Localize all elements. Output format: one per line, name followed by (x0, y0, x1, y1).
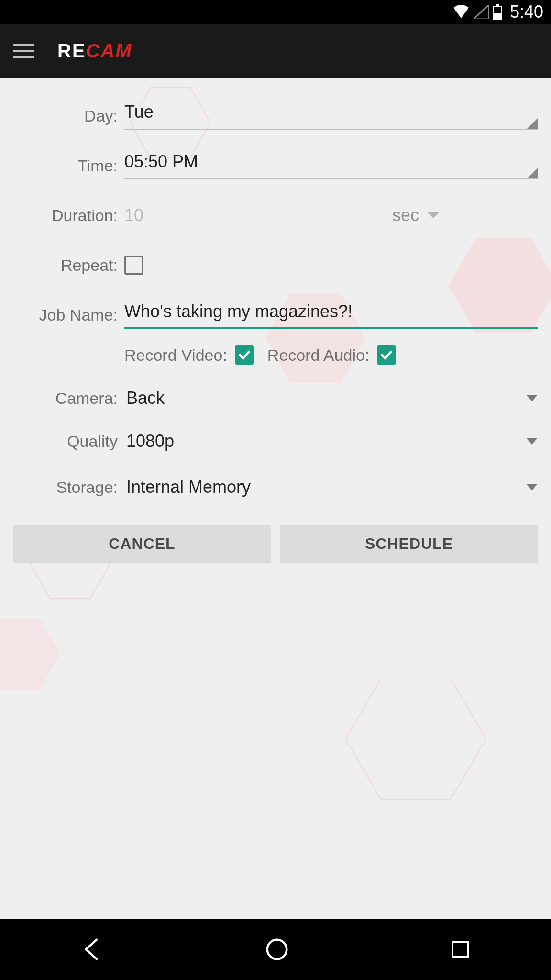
record-video-label: Record Video: (124, 346, 227, 365)
duration-input[interactable]: 10 (124, 205, 392, 225)
repeat-row: Repeat: (13, 246, 538, 284)
spinner-caret-icon (527, 118, 538, 129)
svg-rect-2 (494, 13, 501, 19)
camera-label: Camera: (13, 389, 124, 408)
status-time: 5:40 (510, 2, 543, 22)
jobname-input[interactable] (124, 301, 538, 329)
quality-label: Quality (13, 432, 124, 451)
time-value: 05:50 PM (124, 152, 198, 171)
quality-value: 1080p (126, 431, 174, 451)
day-row: Day: Tue (13, 97, 538, 135)
time-spinner[interactable]: 05:50 PM (124, 152, 538, 179)
storage-dropdown[interactable]: Internal Memory (124, 477, 538, 497)
duration-unit-dropdown[interactable]: sec (392, 205, 439, 225)
duration-label: Duration: (13, 206, 124, 225)
svg-marker-8 (346, 679, 486, 799)
svg-rect-10 (452, 942, 468, 957)
repeat-checkbox[interactable] (124, 256, 143, 275)
recent-apps-button[interactable] (449, 938, 472, 961)
svg-point-9 (267, 940, 287, 959)
status-bar: 5:40 (0, 0, 551, 24)
day-value: Tue (124, 102, 154, 122)
wifi-icon (452, 5, 470, 19)
chevron-down-icon (526, 484, 538, 490)
back-button[interactable] (79, 936, 105, 962)
record-video-checkbox[interactable] (235, 345, 254, 365)
record-audio-checkbox[interactable] (377, 345, 396, 365)
content-area: Day: Tue Time: 05:50 PM (0, 78, 551, 919)
spinner-caret-icon (527, 168, 538, 178)
quality-row: Quality 1080p (13, 422, 538, 460)
chevron-down-icon (526, 395, 538, 401)
storage-label: Storage: (13, 478, 124, 497)
jobname-row: Job Name: (13, 296, 538, 334)
battery-icon (493, 4, 502, 20)
home-button[interactable] (264, 936, 290, 962)
day-spinner[interactable]: Tue (124, 102, 538, 130)
svg-marker-7 (0, 619, 60, 689)
chevron-down-icon (428, 212, 439, 218)
nav-bar (0, 919, 551, 980)
camera-value: Back (126, 388, 165, 408)
schedule-button[interactable]: SCHEDULE (280, 525, 538, 562)
chevron-down-icon (526, 438, 538, 445)
storage-value: Internal Memory (126, 477, 251, 497)
storage-row: Storage: Internal Memory (13, 468, 538, 506)
cancel-button[interactable]: CANCEL (13, 525, 271, 562)
camera-dropdown[interactable]: Back (124, 388, 538, 408)
duration-unit-value: sec (392, 205, 419, 225)
cell-signal-icon (474, 5, 489, 19)
app-bar: RECAM (0, 24, 551, 78)
time-row: Time: 05:50 PM (13, 146, 538, 185)
jobname-label: Job Name: (13, 306, 124, 324)
record-options-row: Record Video: Record Audio: (124, 345, 538, 365)
duration-row: Duration: 10 sec (13, 196, 538, 234)
app-logo: RECAM (57, 40, 132, 62)
day-label: Day: (13, 107, 124, 125)
time-label: Time: (13, 156, 124, 175)
camera-row: Camera: Back (13, 379, 538, 417)
menu-icon[interactable] (13, 44, 34, 58)
record-audio-label: Record Audio: (267, 346, 370, 365)
quality-dropdown[interactable]: 1080p (124, 431, 538, 451)
repeat-label: Repeat: (13, 256, 124, 275)
button-row: CANCEL SCHEDULE (13, 525, 538, 562)
